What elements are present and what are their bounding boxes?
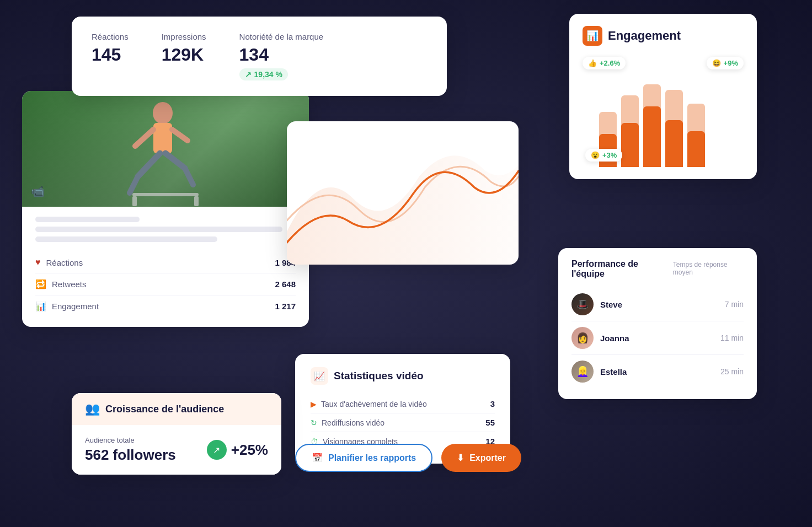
rediff-icon: ↻ — [311, 418, 317, 427]
video-icon: 📹 — [31, 185, 45, 198]
team-name-steve: Steve — [600, 300, 718, 309]
post-stats: ♥ Réactions 1 984 🔁 Retweets 2 648 📊 E — [35, 252, 296, 317]
engagement-chart-icon: 📊 — [583, 26, 602, 46]
team-row-estella: 👱‍♀️ Estella 25 min — [571, 355, 744, 388]
schedule-button[interactable]: 📅 Planifier les rapports — [295, 444, 432, 472]
video-stat-rediff: ↻ Rediffusions vidéo 55 — [311, 413, 495, 432]
like-emoji: 👍 — [588, 59, 597, 67]
svg-rect-9 — [132, 196, 137, 206]
engagement-header: 📊 Engagement — [583, 26, 744, 46]
bar-group-3 — [643, 84, 661, 167]
impressions-label: Impressions — [162, 32, 206, 41]
engagement-chart: 👍 +2.6% 😮 +3% 😆 +9% — [583, 57, 744, 167]
team-title: Performance de l'équipe — [571, 259, 666, 279]
post-image: 📹 — [22, 91, 309, 207]
team-time-steve: 7 min — [725, 300, 744, 309]
team-name-joanna: Joanna — [600, 334, 714, 343]
post-stat-engagement: 📊 Engagement 1 217 — [35, 295, 296, 317]
svg-line-5 — [130, 176, 138, 193]
team-name-estella: Estella — [600, 367, 714, 377]
export-label: Exporter — [469, 453, 506, 463]
reactions-value: 145 — [92, 45, 129, 65]
growth-arrow-icon: ↗ — [207, 440, 227, 460]
export-icon: ⬇ — [457, 453, 464, 463]
video-stats-chart-icon: 📈 — [311, 367, 328, 385]
post-card: 📹 ♥ Réactions 1 984 🔁 Retweets — [22, 91, 309, 327]
avatar-joanna: 👩 — [571, 327, 594, 349]
bar-dark-5 — [687, 131, 705, 167]
chart-card — [287, 121, 519, 265]
video-stat-taux: ▶ Taux d'achèvement de la vidéo 3 — [311, 395, 495, 413]
avatar-steve: 🎩 — [571, 293, 594, 315]
audience-body: Audience totale 562 followers ↗ +25% — [72, 425, 281, 475]
person-figure — [127, 96, 204, 207]
svg-line-4 — [138, 153, 160, 176]
post-text-medium — [35, 236, 217, 242]
reactions-label: Réactions — [92, 32, 129, 41]
export-button[interactable]: ⬇ Exporter — [441, 444, 521, 472]
svg-line-2 — [135, 130, 153, 146]
bar-dark-4 — [665, 120, 683, 167]
video-stats-title: Statistiques vidéo — [334, 370, 424, 382]
audience-header: 👥 Croissance de l'audience — [72, 393, 281, 425]
like-badge: 👍 +2.6% — [583, 57, 626, 69]
wow-value: +3% — [602, 151, 617, 159]
bar-dark-2 — [621, 123, 639, 167]
engagement-card: 📊 Engagement 👍 +2.6% 😮 +3% 😆 +9% — [569, 14, 757, 179]
team-time-estella: 25 min — [720, 367, 744, 376]
retweet-icon: 🔁 — [35, 279, 46, 289]
post-reactions-label: Réactions — [46, 258, 83, 267]
wow-badge: 😮 +3% — [585, 149, 622, 162]
post-content: ♥ Réactions 1 984 🔁 Retweets 2 648 📊 E — [22, 207, 309, 327]
notoriete-label: Notoriété de la marque — [239, 32, 324, 41]
schedule-icon: 📅 — [312, 453, 323, 463]
team-row-joanna: 👩 Joanna 11 min — [571, 321, 744, 355]
post-stat-reactions: ♥ Réactions 1 984 — [35, 252, 296, 273]
audience-growth: ↗ +25% — [207, 440, 268, 460]
bar-dark-3 — [643, 106, 661, 167]
laugh-emoji: 😆 — [712, 59, 721, 67]
rediff-value: 55 — [485, 418, 495, 427]
team-subtitle: Temps de réponse moyen — [673, 261, 744, 276]
team-header: Performance de l'équipe Temps de réponse… — [571, 259, 744, 279]
audience-people-icon: 👥 — [85, 402, 100, 416]
team-time-joanna: 11 min — [720, 334, 744, 342]
heart-icon: ♥ — [35, 257, 41, 267]
post-retweets-value: 2 648 — [275, 279, 296, 289]
svg-line-3 — [172, 130, 188, 141]
bar-group-4 — [665, 90, 683, 167]
rediff-label: Rediffusions vidéo — [322, 418, 384, 427]
audience-value: 562 followers — [85, 447, 176, 464]
svg-point-0 — [153, 102, 173, 124]
wave-chart — [287, 121, 519, 265]
schedule-label: Planifier les rapports — [328, 453, 416, 463]
laugh-badge: 😆 +9% — [707, 57, 744, 69]
stats-card: Réactions 145 Impressions 129K Notoriété… — [72, 17, 447, 96]
bar-group-2 — [621, 95, 639, 167]
post-engagement-value: 1 217 — [275, 302, 296, 311]
reactions-stat: Réactions 145 — [92, 32, 129, 65]
audience-label: Audience totale — [85, 436, 176, 444]
svg-rect-10 — [194, 196, 199, 206]
bottom-buttons: 📅 Planifier les rapports ⬇ Exporter — [295, 444, 521, 472]
like-value: +2.6% — [600, 59, 620, 67]
engagement-icon: 📊 — [35, 301, 46, 311]
wow-emoji: 😮 — [591, 151, 600, 159]
post-stat-retweets: 🔁 Retweets 2 648 — [35, 273, 296, 295]
notoriete-value: 134 — [239, 45, 324, 65]
post-engagement-label: Engagement — [52, 302, 99, 311]
post-text-long — [35, 227, 282, 232]
svg-rect-1 — [153, 123, 172, 153]
team-row-steve: 🎩 Steve 7 min — [571, 288, 744, 321]
taux-label: Taux d'achèvement de la vidéo — [321, 400, 427, 408]
laugh-value: +9% — [724, 59, 738, 67]
svg-rect-8 — [132, 193, 199, 196]
taux-value: 3 — [490, 399, 495, 408]
play-icon: ▶ — [311, 400, 317, 408]
svg-line-7 — [185, 168, 193, 185]
notoriete-badge: ↗ 19,34 % — [239, 68, 288, 80]
bar-group-5 — [687, 104, 705, 167]
post-retweets-label: Retweets — [52, 279, 87, 289]
audience-title: Croissance de l'audience — [105, 404, 224, 415]
background: Réactions 145 Impressions 129K Notoriété… — [0, 0, 812, 527]
